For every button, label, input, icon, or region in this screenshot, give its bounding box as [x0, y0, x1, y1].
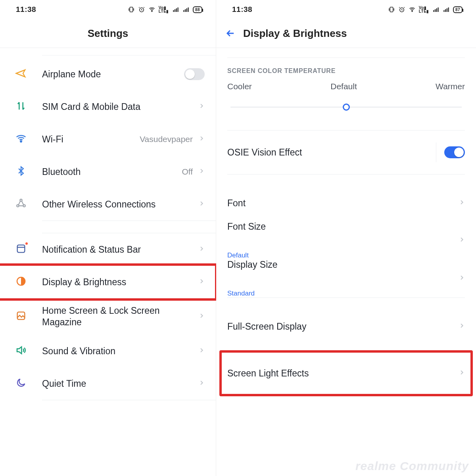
svg-rect-24	[438, 8, 438, 12]
airplane-toggle[interactable]	[184, 68, 205, 80]
row-value: Vasudevpaper	[140, 134, 193, 144]
row-sim-mobile-data[interactable]: SIM Card & Mobile Data	[0, 90, 216, 123]
row-subvalue: Standard	[227, 290, 255, 298]
row-label: Home Screen & Lock Screen Magazine	[42, 305, 198, 328]
row-subvalue: Default	[227, 251, 249, 259]
row-home-lock-magazine[interactable]: Home Screen & Lock Screen Magazine	[0, 298, 216, 335]
svg-rect-9	[186, 8, 187, 12]
osie-toggle[interactable]	[444, 146, 465, 158]
svg-rect-8	[185, 9, 186, 12]
row-display-size[interactable]: Display Size Standard	[227, 259, 465, 298]
row-label: Full-Screen Display	[227, 321, 459, 332]
svg-rect-0	[130, 7, 133, 12]
volte-icon: Vo▮LTE▮	[419, 6, 429, 13]
row-bluetooth[interactable]: Bluetooth Off	[0, 155, 216, 188]
row-value: Off	[182, 167, 193, 177]
wifi-icon	[148, 6, 155, 13]
chevron-right-icon	[198, 168, 205, 176]
alarm-icon	[398, 6, 405, 13]
row-osie-vision-effect[interactable]: OSIE Vision Effect	[227, 131, 465, 174]
back-button[interactable]	[224, 27, 237, 40]
chevron-right-icon	[198, 278, 205, 286]
row-label: Display Size	[227, 259, 278, 288]
signal-icon-2	[182, 6, 190, 13]
row-label: SIM Card & Mobile Data	[42, 102, 198, 112]
signal-icon	[172, 6, 179, 13]
row-screen-light-effects[interactable]: Screen Light Effects	[227, 352, 465, 395]
wallpaper-icon	[15, 310, 27, 323]
chevron-right-icon	[198, 313, 205, 321]
row-notification-status-bar[interactable]: Notification & Status Bar	[0, 233, 216, 266]
chevron-right-icon	[198, 103, 205, 111]
svg-rect-7	[183, 10, 184, 12]
row-font[interactable]: Font	[227, 185, 465, 221]
row-label: Bluetooth	[42, 167, 182, 177]
svg-rect-4	[175, 9, 175, 12]
vibrate-icon	[388, 6, 395, 13]
temp-label-default: Default	[330, 82, 357, 91]
battery-indicator: 88	[193, 6, 202, 13]
row-full-screen-display[interactable]: Full-Screen Display	[227, 308, 465, 345]
svg-point-14	[23, 205, 25, 207]
row-font-size[interactable]: Font Size Default	[227, 221, 465, 259]
chevron-right-icon	[198, 135, 205, 143]
row-airplane-mode[interactable]: Airplane Mode	[0, 58, 216, 90]
vibrate-icon	[128, 6, 135, 13]
temp-label-warmer: Warmer	[436, 82, 465, 91]
display-brightness-screen: 11:38 Vo▮LTE▮ 87 Display & Brightness SC…	[216, 0, 476, 476]
svg-point-12	[20, 199, 22, 201]
svg-rect-21	[433, 10, 434, 12]
row-label: Sound & Vibration	[42, 346, 198, 357]
svg-rect-15	[17, 245, 25, 253]
row-label: Display & Brightness	[42, 277, 198, 288]
svg-rect-5	[176, 8, 177, 12]
row-wifi[interactable]: Wi-Fi Vasudevpaper	[0, 123, 216, 155]
chevron-right-icon	[198, 380, 205, 388]
row-label: Notification & Status Bar	[42, 244, 198, 255]
status-bar: 11:38 Vo▮LTE▮ 87	[216, 0, 476, 19]
svg-point-13	[17, 205, 19, 207]
svg-rect-18	[390, 7, 393, 12]
svg-rect-3	[173, 10, 174, 12]
sim-icon	[15, 100, 27, 113]
chevron-right-icon	[198, 246, 205, 253]
row-label: Airplane Mode	[42, 69, 184, 80]
settings-list: Airplane Mode SIM Card & Mobile Data Wi-…	[0, 48, 216, 400]
chevron-right-icon	[459, 236, 465, 244]
alarm-icon	[138, 6, 145, 13]
signal-icon	[432, 6, 440, 13]
page-title: Settings	[8, 27, 208, 40]
chevron-right-icon	[459, 199, 465, 207]
wifi-icon	[15, 132, 27, 146]
svg-rect-10	[188, 8, 188, 12]
share-icon	[15, 198, 27, 211]
status-time: 11:38	[16, 5, 36, 14]
battery-indicator: 87	[453, 6, 463, 13]
row-label: Wi-Fi	[42, 134, 140, 145]
moon-icon	[15, 377, 27, 390]
svg-rect-25	[443, 10, 444, 12]
svg-rect-27	[447, 8, 447, 12]
page-title: Display & Brightness	[237, 27, 468, 40]
sound-icon	[15, 344, 27, 358]
chevron-right-icon	[459, 322, 465, 330]
row-sound-vibration[interactable]: Sound & Vibration	[0, 335, 216, 367]
chevron-right-icon	[459, 369, 465, 377]
row-label: Font Size	[227, 221, 266, 250]
chevron-right-icon	[198, 347, 205, 355]
svg-rect-17	[17, 312, 25, 320]
volte-icon: Vo▮LTE▮	[159, 6, 169, 13]
temp-label-cooler: Cooler	[227, 82, 252, 91]
notification-icon	[15, 243, 27, 256]
brightness-icon	[15, 275, 27, 289]
header: Settings	[0, 19, 216, 48]
row-label: Screen Light Effects	[227, 368, 459, 379]
row-display-brightness[interactable]: Display & Brightness	[0, 266, 216, 298]
color-temperature-slider[interactable]	[230, 102, 462, 112]
row-quiet-time[interactable]: Quiet Time	[0, 367, 216, 400]
row-label: Font	[227, 198, 459, 209]
svg-rect-23	[436, 8, 437, 12]
bluetooth-icon	[15, 165, 27, 178]
watermark: realme Community	[355, 459, 469, 473]
row-other-wireless[interactable]: Other Wireless Connections	[0, 188, 216, 221]
